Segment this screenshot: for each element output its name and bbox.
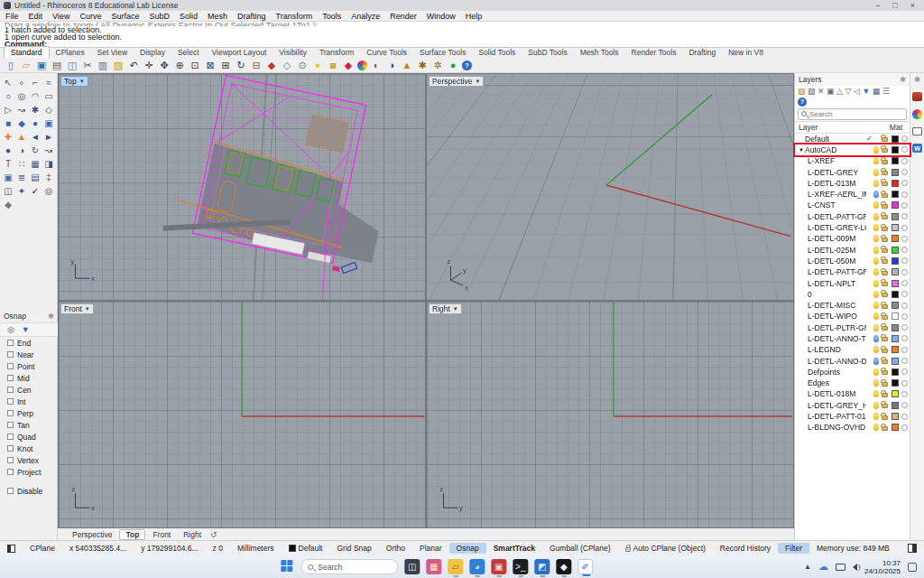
checkbox-disable[interactable] bbox=[7, 488, 14, 494]
move-down-icon[interactable]: ▽ bbox=[845, 87, 852, 96]
layer-lock-icon[interactable] bbox=[882, 204, 888, 209]
layer-lock-icon[interactable] bbox=[882, 238, 888, 242]
layer-row-l-detl-050m[interactable]: L-DETL-050M bbox=[795, 256, 910, 266]
delete-layer-icon[interactable]: ✕ bbox=[818, 87, 825, 96]
viewport-tab-front[interactable]: Front bbox=[147, 530, 176, 539]
viewport-menu-icon[interactable]: ▼ bbox=[79, 79, 85, 84]
ellipse-icon[interactable]: ◎ bbox=[15, 89, 28, 102]
duplicate-layer-icon[interactable]: ▣ bbox=[827, 87, 835, 96]
status-cplane[interactable]: CPlane bbox=[23, 543, 62, 554]
layer-material-circle[interactable] bbox=[901, 236, 908, 242]
layer-row-l-detl-misc[interactable]: L-DETL-MISC bbox=[795, 300, 910, 311]
layer-visibility-bulb-icon[interactable] bbox=[873, 157, 879, 164]
layer-color-swatch[interactable] bbox=[892, 390, 899, 397]
layer-lock-icon[interactable] bbox=[882, 282, 888, 286]
panel-gear-icon[interactable]: ✱ bbox=[914, 75, 921, 84]
osnap-option-int[interactable]: Int bbox=[0, 396, 58, 407]
trim-left-icon[interactable]: ◄ bbox=[29, 130, 42, 143]
maximize-button[interactable]: □ bbox=[892, 1, 897, 10]
close-button[interactable]: × bbox=[910, 1, 915, 10]
layers-menu-icon[interactable]: ☰ bbox=[882, 87, 890, 96]
layer-row-l-detl-patt-grey-[interactable]: L-DETL-PATT-GREY- bbox=[795, 211, 910, 222]
plane-icon[interactable]: ◫ bbox=[2, 184, 14, 197]
open-file-icon[interactable]: ▱ bbox=[20, 59, 32, 71]
layer-row-l-detl-wipo[interactable]: L-DETL-WIPO bbox=[795, 311, 910, 322]
menu-solid[interactable]: Solid bbox=[180, 12, 198, 21]
move-left-icon[interactable]: ◁ bbox=[854, 87, 860, 96]
toolbar-tab-transform[interactable]: Transform bbox=[313, 47, 360, 58]
layer-lock-icon[interactable] bbox=[882, 137, 888, 142]
select-arrow-icon[interactable]: ↖ bbox=[2, 76, 14, 89]
toolbar-tab-visibility[interactable]: Visibility bbox=[273, 47, 313, 58]
gear-pair-icon[interactable]: ✲ bbox=[431, 59, 444, 71]
layer-lock-icon[interactable] bbox=[882, 359, 888, 364]
ortho-icon[interactable]: ⊙ bbox=[296, 59, 309, 71]
layers-search-input[interactable] bbox=[809, 110, 900, 118]
layer-lock-icon[interactable] bbox=[882, 393, 888, 397]
layer-color-swatch[interactable] bbox=[892, 368, 899, 376]
layer-lock-icon[interactable] bbox=[882, 259, 888, 264]
layer-material-circle[interactable] bbox=[901, 380, 908, 387]
layer-color-swatch[interactable] bbox=[892, 213, 899, 220]
clock[interactable]: 10:37 24/10/2025 bbox=[864, 559, 901, 575]
layer-color-swatch[interactable] bbox=[892, 324, 899, 331]
layer-row-l-detl-grey-hidd[interactable]: L-DETL-GREY_HIDD bbox=[795, 400, 910, 411]
status-gumball-cplane-[interactable]: Gumball (CPlane) bbox=[542, 543, 618, 554]
layer-row-l-xref-aerl-imag[interactable]: L-XREF-AERL_IMAG bbox=[795, 189, 910, 200]
layer-material-circle[interactable] bbox=[901, 402, 908, 408]
paste-icon[interactable]: ▨ bbox=[112, 59, 125, 71]
checkbox-perp[interactable] bbox=[7, 410, 14, 416]
menu-subd[interactable]: SubD bbox=[149, 12, 170, 21]
layer-lock-icon[interactable] bbox=[882, 304, 888, 309]
layer-material-circle[interactable] bbox=[901, 225, 908, 231]
speaker-icon[interactable] bbox=[853, 564, 857, 571]
status-ortho[interactable]: Ortho bbox=[379, 543, 412, 554]
osnap-gear-icon[interactable]: ✱ bbox=[48, 312, 54, 321]
layer-visibility-bulb-icon[interactable] bbox=[873, 302, 879, 309]
layer-color-swatch[interactable] bbox=[892, 280, 899, 287]
osnap-option-end[interactable]: End bbox=[0, 337, 58, 349]
command-history[interactable]: Drag a window to zoom ( All Dynamic Exte… bbox=[0, 21, 924, 48]
osnap-option-quad[interactable]: Quad bbox=[0, 431, 58, 443]
menu-render[interactable]: Render bbox=[390, 12, 417, 21]
osnap-option-perp[interactable]: Perp bbox=[0, 407, 58, 419]
polygon-icon[interactable]: ▷ bbox=[2, 103, 14, 116]
toolbar-tab-display[interactable]: Display bbox=[134, 47, 171, 58]
notification-icon[interactable] bbox=[908, 563, 917, 572]
checkbox-quad[interactable] bbox=[7, 434, 14, 440]
checkbox-knot[interactable] bbox=[7, 445, 14, 452]
layer-color-swatch[interactable] bbox=[892, 346, 899, 353]
zoom-extents-icon[interactable]: ⊞ bbox=[219, 59, 232, 71]
layer-color-swatch[interactable] bbox=[892, 402, 899, 409]
network-icon[interactable] bbox=[836, 564, 845, 571]
layer-lock-icon[interactable] bbox=[882, 426, 888, 431]
rhino-installer-icon[interactable]: ◆ bbox=[556, 559, 571, 574]
layer-color-swatch[interactable] bbox=[892, 146, 899, 154]
split-view-icon[interactable]: ◨ bbox=[42, 157, 55, 170]
monitor-panel-tab[interactable] bbox=[912, 127, 922, 135]
menu-analyze[interactable]: Analyze bbox=[351, 12, 380, 21]
menu-window[interactable]: Window bbox=[427, 12, 456, 21]
display-panel-tab[interactable] bbox=[912, 109, 922, 119]
toolbar-tab-surface-tools[interactable]: Surface Tools bbox=[413, 47, 472, 58]
layer-material-circle[interactable] bbox=[901, 368, 908, 375]
layer-material-circle[interactable] bbox=[901, 158, 908, 164]
checkbox-int[interactable] bbox=[7, 398, 14, 405]
sticky-notes-icon[interactable]: ▣ bbox=[491, 559, 506, 574]
toolbox-panel-tab[interactable] bbox=[912, 92, 922, 101]
status-z-0[interactable]: z 0 bbox=[206, 543, 230, 554]
rectangle-icon[interactable]: ▭ bbox=[42, 89, 55, 102]
layer-row-l-detl-025m[interactable]: L-DETL-025M bbox=[795, 244, 910, 255]
point-icon[interactable]: ∘ bbox=[15, 76, 28, 89]
layer-lock-icon[interactable] bbox=[882, 326, 888, 331]
layer-color-swatch[interactable] bbox=[892, 201, 899, 209]
osnap-option-point[interactable]: Point bbox=[0, 360, 58, 372]
status-smarttrack[interactable]: SmartTrack bbox=[486, 543, 542, 554]
layer-row-autocad[interactable]: ▼AutoCAD bbox=[795, 144, 910, 155]
properties-icon[interactable]: ◫ bbox=[66, 59, 79, 71]
zoom-selected-icon[interactable]: ⊠ bbox=[204, 59, 217, 71]
layer-column-header[interactable]: Layer bbox=[799, 123, 818, 132]
menu-surface[interactable]: Surface bbox=[111, 12, 139, 21]
layer-row-0[interactable]: 0 bbox=[795, 289, 910, 300]
print-icon[interactable]: ▤ bbox=[51, 59, 63, 71]
